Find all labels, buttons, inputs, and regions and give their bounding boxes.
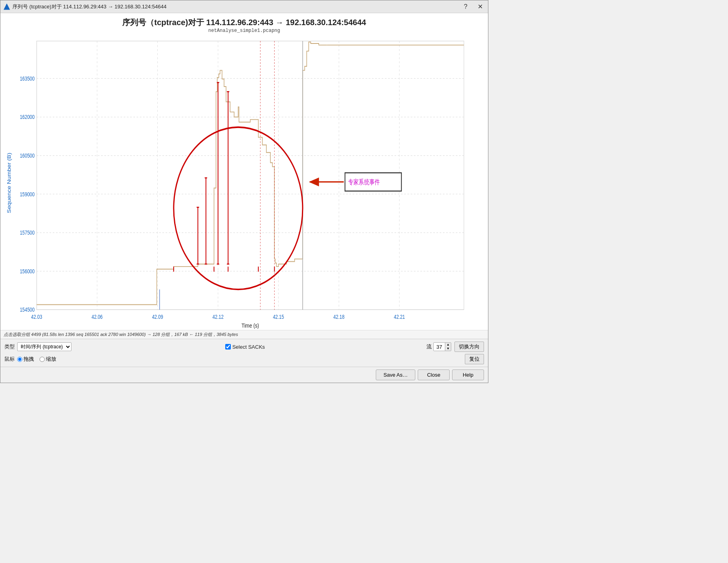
svg-text:42.03: 42.03 <box>31 314 42 320</box>
svg-text:162000: 162000 <box>20 114 35 121</box>
close-window-button[interactable]: ✕ <box>475 2 485 12</box>
window-title: 序列号 (tcptrace)对于 114.112.96.29:443 → 192… <box>12 3 167 10</box>
svg-text:42.12: 42.12 <box>212 314 224 320</box>
stream-spinbox: 37 ▲ ▼ <box>433 342 451 351</box>
status-bar: 点击选取分组 4499 (81.58s len 1396 seq 165501 … <box>0 330 488 339</box>
type-dropdown[interactable]: 时间/序列 (tcptrace) <box>17 342 71 351</box>
close-button[interactable]: Close <box>418 369 450 380</box>
svg-text:Sequence Number (B): Sequence Number (B) <box>7 153 12 213</box>
help-dialog-button[interactable]: Help <box>452 369 484 380</box>
sequence-chart[interactable]: 154500 156000 157500 159000 160500 16200… <box>4 36 480 330</box>
bottom-buttons: Save As… Close Help <box>0 367 488 383</box>
zoom-label: 缩放 <box>46 356 56 363</box>
svg-text:157500: 157500 <box>20 230 35 236</box>
svg-text:156000: 156000 <box>20 269 35 275</box>
drag-radio[interactable] <box>17 357 22 362</box>
drag-radio-label[interactable]: 拖拽 <box>17 356 34 363</box>
stream-label: 流 <box>426 343 432 350</box>
spinbox-up[interactable]: ▲ <box>445 343 451 347</box>
svg-text:42.15: 42.15 <box>273 314 284 320</box>
title-bar-controls: ? ✕ <box>461 2 485 12</box>
svg-text:专家系统事件: 专家系统事件 <box>348 179 380 186</box>
controls-area: 类型 时间/序列 (tcptrace) Select SACKs 流 37 ▲ … <box>0 339 488 367</box>
controls-row-2: 鼠标 拖拽 缩放 复位 <box>4 354 484 364</box>
drag-label: 拖拽 <box>24 356 34 363</box>
title-bar-left: 序列号 (tcptrace)对于 114.112.96.29:443 → 192… <box>4 3 167 10</box>
chart-subtitle: netAnalyse_simple1.pcapng <box>0 28 488 34</box>
switch-direction-button[interactable]: 切换方向 <box>454 342 484 352</box>
save-as-button[interactable]: Save As… <box>376 369 415 380</box>
zoom-radio-label[interactable]: 缩放 <box>40 356 56 363</box>
mouse-radio-group: 拖拽 缩放 <box>17 356 56 363</box>
title-bar: 序列号 (tcptrace)对于 114.112.96.29:443 → 192… <box>0 0 488 13</box>
spinbox-down[interactable]: ▼ <box>445 347 451 351</box>
spinbox-arrows: ▲ ▼ <box>445 343 451 351</box>
chart-title-area: 序列号（tcptrace)对于 114.112.96.29:443 → 192.… <box>0 13 488 36</box>
help-button[interactable]: ? <box>461 2 470 12</box>
main-window: 序列号 (tcptrace)对于 114.112.96.29:443 → 192… <box>0 0 488 383</box>
select-sacks-label: Select SACKs <box>232 344 265 350</box>
controls-row-1: 类型 时间/序列 (tcptrace) Select SACKs 流 37 ▲ … <box>4 342 484 352</box>
type-label: 类型 <box>4 343 15 350</box>
stream-value: 37 <box>434 343 445 351</box>
svg-text:154500: 154500 <box>20 307 35 313</box>
svg-text:42.06: 42.06 <box>91 314 103 320</box>
select-sacks-container: Select SACKs <box>225 344 265 350</box>
svg-text:Time (s): Time (s) <box>242 322 259 329</box>
select-sacks-checkbox[interactable] <box>225 344 231 350</box>
svg-text:42.21: 42.21 <box>394 314 405 320</box>
status-text: 点击选取分组 4499 (81.58s len 1396 seq 165501 … <box>4 332 238 338</box>
svg-text:42.18: 42.18 <box>333 314 345 320</box>
chart-main-title: 序列号（tcptrace)对于 114.112.96.29:443 → 192.… <box>0 17 488 28</box>
svg-text:163500: 163500 <box>20 76 35 82</box>
app-icon <box>4 4 10 10</box>
svg-text:160500: 160500 <box>20 153 35 159</box>
chart-area[interactable]: 154500 156000 157500 159000 160500 16200… <box>0 36 488 330</box>
svg-text:159000: 159000 <box>20 191 35 198</box>
zoom-radio[interactable] <box>40 357 45 362</box>
mouse-label: 鼠标 <box>4 356 15 363</box>
svg-text:42.09: 42.09 <box>152 314 163 320</box>
reset-button[interactable]: 复位 <box>465 354 484 364</box>
